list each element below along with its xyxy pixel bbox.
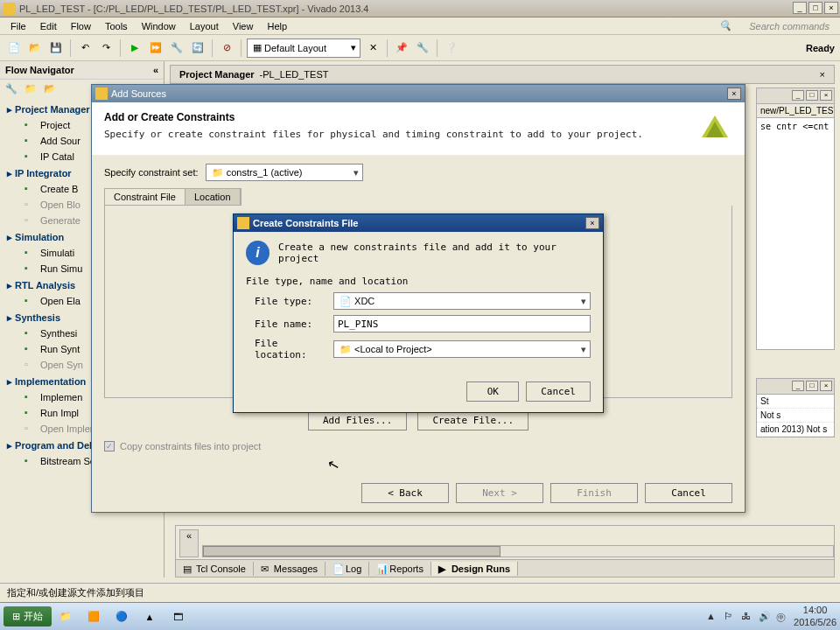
horizontal-scrollbar[interactable] bbox=[202, 545, 834, 557]
dialog-titlebar[interactable]: Create Constraints File × bbox=[234, 214, 603, 232]
tray-vol-icon[interactable]: 🔊 bbox=[759, 611, 771, 623]
tab-tcl-console[interactable]: ▤Tcl Console bbox=[176, 562, 254, 576]
tray-flag-icon[interactable]: 🏳 bbox=[724, 611, 736, 623]
tab-messages[interactable]: ✉Messages bbox=[254, 562, 326, 576]
folder-icon: 📁 bbox=[212, 167, 224, 178]
item-label: Project bbox=[40, 120, 70, 130]
group-label: File type, name and location bbox=[246, 276, 591, 287]
create-file-button[interactable]: Create File... bbox=[417, 410, 528, 430]
src-min-icon[interactable]: _ bbox=[792, 90, 804, 101]
new-icon[interactable]: 📄 bbox=[5, 39, 23, 57]
editor-tab[interactable]: new/PL_LED_TEST.v bbox=[757, 104, 834, 118]
collapse-all-icon[interactable]: 📁 bbox=[24, 83, 38, 97]
source-editor: _ □ × new/PL_LED_TEST.v se cntr <=cnt bbox=[756, 88, 835, 350]
file-type-combo[interactable]: 📄 XDC bbox=[333, 292, 591, 310]
item-icon: ▪ bbox=[24, 407, 37, 419]
search-commands[interactable]: 🔍 Search commands bbox=[712, 18, 836, 33]
item-icon: ▫ bbox=[24, 199, 37, 211]
item-label: Run Simu bbox=[40, 263, 82, 274]
wizard-close-button[interactable]: × bbox=[727, 88, 741, 100]
app-task-icon[interactable]: 🗔 bbox=[165, 606, 190, 627]
reports-icon: 📊 bbox=[376, 564, 387, 574]
dialog-cancel-button[interactable]: Cancel bbox=[526, 382, 591, 402]
clock[interactable]: 14:00 2016/5/26 bbox=[794, 605, 836, 627]
vivado-task-icon[interactable]: ▲ bbox=[137, 606, 162, 627]
item-label: Open Ela bbox=[40, 296, 80, 306]
undo-icon[interactable]: ↶ bbox=[76, 39, 94, 57]
help-icon[interactable]: ❔ bbox=[443, 39, 460, 57]
item-label: Implemen bbox=[40, 392, 82, 402]
open-icon[interactable]: 📂 bbox=[26, 39, 44, 57]
menu-edit[interactable]: Edit bbox=[33, 19, 64, 33]
wizard-titlebar[interactable]: Add Sources × bbox=[92, 85, 745, 102]
title-bar: PL_LED_TEST - [C:/PL_LED/PL_LED_TEST/PL_… bbox=[0, 0, 840, 18]
menu-help[interactable]: Help bbox=[260, 19, 294, 33]
item-label: Synthesi bbox=[40, 328, 77, 339]
tab-constraint-file[interactable]: Constraint File bbox=[105, 189, 186, 205]
taskbar: ⊞ 开始 📁 🟧 🔵 ▲ 🗔 ▲ 🏳 🖧 🔊 ㊥ 14:00 2016/5/26 bbox=[0, 602, 840, 630]
file-location-combo[interactable]: 📁 <Local to Project> bbox=[333, 340, 591, 358]
src-max-icon[interactable]: □ bbox=[806, 90, 818, 101]
status-bar: 指定和/或创建源文件添加到项目 bbox=[0, 583, 840, 602]
layout-combo[interactable]: ▦ Default Layout bbox=[247, 38, 360, 58]
file-location-label: File location: bbox=[255, 338, 333, 360]
redo-icon[interactable]: ↷ bbox=[97, 39, 115, 57]
item-icon: ▪ bbox=[24, 119, 37, 131]
menu-layout[interactable]: Layout bbox=[183, 19, 226, 33]
pm-close-icon[interactable]: × bbox=[820, 69, 825, 80]
stop-icon[interactable]: 🔧 bbox=[168, 39, 186, 57]
stat-min-icon[interactable]: _ bbox=[792, 381, 804, 391]
menu-file[interactable]: File bbox=[4, 19, 33, 33]
menu-view[interactable]: View bbox=[226, 19, 261, 33]
tray-net-icon[interactable]: 🖧 bbox=[741, 611, 753, 623]
tool-icon[interactable]: 🔧 bbox=[5, 83, 19, 97]
tray-ime-icon[interactable]: ㊥ bbox=[776, 611, 788, 623]
src-close-icon[interactable]: × bbox=[820, 90, 832, 101]
refresh-icon[interactable]: 🔄 bbox=[189, 39, 206, 57]
item-icon: ▪ bbox=[24, 391, 37, 403]
tab-location[interactable]: Location bbox=[186, 189, 241, 205]
constraint-set-combo[interactable]: 📁 constrs_1 (active) bbox=[206, 164, 363, 181]
maximize-button[interactable]: □ bbox=[808, 2, 822, 14]
stat-max-icon[interactable]: □ bbox=[806, 381, 818, 391]
tray-arrow-icon[interactable]: ▲ bbox=[706, 611, 718, 623]
tab-reports[interactable]: 📊Reports bbox=[369, 562, 431, 576]
collapse-icon[interactable]: « bbox=[153, 65, 158, 75]
wizard-heading: Add or Create Constraints bbox=[104, 111, 643, 123]
close-button[interactable]: × bbox=[824, 2, 838, 14]
explorer-icon[interactable]: 📁 bbox=[53, 606, 78, 627]
ready-label: Ready bbox=[806, 43, 835, 53]
menu-flow[interactable]: Flow bbox=[64, 19, 98, 33]
run-icon[interactable]: ▶ bbox=[126, 39, 144, 57]
expand-icon[interactable]: 📂 bbox=[44, 83, 58, 97]
file-name-input[interactable] bbox=[333, 315, 591, 332]
window-title: PL_LED_TEST - [C:/PL_LED/PL_LED_TEST/PL_… bbox=[19, 4, 836, 14]
menu-window[interactable]: Window bbox=[135, 19, 183, 33]
menu-tools[interactable]: Tools bbox=[98, 19, 135, 33]
file-icon: 📄 bbox=[340, 296, 352, 307]
layout-x-icon[interactable]: ✕ bbox=[364, 39, 382, 57]
file-name-label: File name: bbox=[255, 318, 333, 330]
scrollbar-thumb[interactable] bbox=[203, 546, 500, 556]
minimize-button[interactable]: _ bbox=[793, 2, 807, 14]
start-button[interactable]: ⊞ 开始 bbox=[4, 606, 52, 626]
finish-button[interactable]: Finish bbox=[550, 483, 638, 503]
item-icon: ▪ bbox=[24, 455, 37, 467]
add-files-button[interactable]: Add Files... bbox=[308, 410, 407, 430]
save-icon[interactable]: 💾 bbox=[47, 39, 65, 57]
wizard-cancel-button[interactable]: Cancel bbox=[645, 483, 732, 503]
tab-log[interactable]: 📄Log bbox=[326, 562, 369, 576]
arrow-left-icon[interactable]: « bbox=[180, 530, 198, 541]
wrench-icon[interactable]: 🔧 bbox=[414, 39, 431, 57]
next-button[interactable]: Next > bbox=[456, 483, 543, 503]
back-button[interactable]: < Back bbox=[361, 483, 449, 503]
pin-icon[interactable]: 📌 bbox=[393, 39, 410, 57]
chrome-icon[interactable]: 🔵 bbox=[109, 606, 134, 627]
stat-close-icon[interactable]: × bbox=[820, 381, 832, 391]
player-icon[interactable]: 🟧 bbox=[81, 606, 106, 627]
dialog-close-button[interactable]: × bbox=[585, 217, 599, 229]
ok-button[interactable]: OK bbox=[466, 382, 519, 402]
tab-design-runs[interactable]: ▶Design Runs bbox=[431, 562, 518, 576]
cancel-run-icon[interactable]: ⊘ bbox=[218, 39, 235, 57]
run-all-icon[interactable]: ⏩ bbox=[147, 39, 164, 57]
